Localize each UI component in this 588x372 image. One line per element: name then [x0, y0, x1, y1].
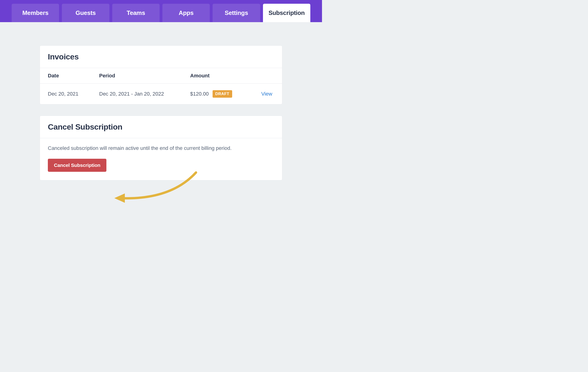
content-area: Invoices Date Period Amount Dec 20, 2021…: [0, 22, 322, 181]
invoices-title: Invoices: [48, 52, 274, 61]
tab-members[interactable]: Members: [12, 4, 59, 22]
cancel-description: Canceled subscription will remain active…: [48, 145, 274, 151]
invoices-header: Invoices: [40, 46, 282, 68]
status-badge: DRAFT: [213, 90, 232, 98]
tab-subscription[interactable]: Subscription: [263, 4, 310, 22]
cancel-subscription-card: Cancel Subscription Canceled subscriptio…: [40, 116, 282, 181]
cancel-header: Cancel Subscription: [40, 116, 282, 138]
tab-guests[interactable]: Guests: [62, 4, 109, 22]
invoice-period: Dec 20, 2021 - Jan 20, 2022: [99, 91, 190, 97]
tab-teams[interactable]: Teams: [112, 4, 160, 22]
cancel-subscription-button[interactable]: Cancel Subscription: [48, 159, 106, 172]
column-date: Date: [48, 73, 99, 79]
column-action: [239, 73, 274, 79]
invoice-date: Dec 20, 2021: [48, 91, 99, 97]
tab-settings[interactable]: Settings: [213, 4, 260, 22]
cancel-title: Cancel Subscription: [48, 122, 274, 131]
tab-apps[interactable]: Apps: [162, 4, 210, 22]
invoices-table-header: Date Period Amount: [40, 68, 282, 84]
invoice-amount-cell: $120.00 DRAFT: [190, 90, 239, 98]
cancel-body: Canceled subscription will remain active…: [40, 138, 282, 180]
tab-bar: Members Guests Teams Apps Settings Subsc…: [0, 0, 322, 22]
invoice-amount: $120.00: [190, 91, 209, 97]
column-amount: Amount: [190, 73, 239, 79]
view-link[interactable]: View: [261, 91, 274, 97]
table-row: Dec 20, 2021 Dec 20, 2021 - Jan 20, 2022…: [40, 84, 282, 104]
svg-marker-1: [114, 193, 125, 203]
invoice-action-cell: View: [239, 91, 274, 97]
column-period: Period: [99, 73, 190, 79]
invoices-card: Invoices Date Period Amount Dec 20, 2021…: [40, 45, 282, 104]
